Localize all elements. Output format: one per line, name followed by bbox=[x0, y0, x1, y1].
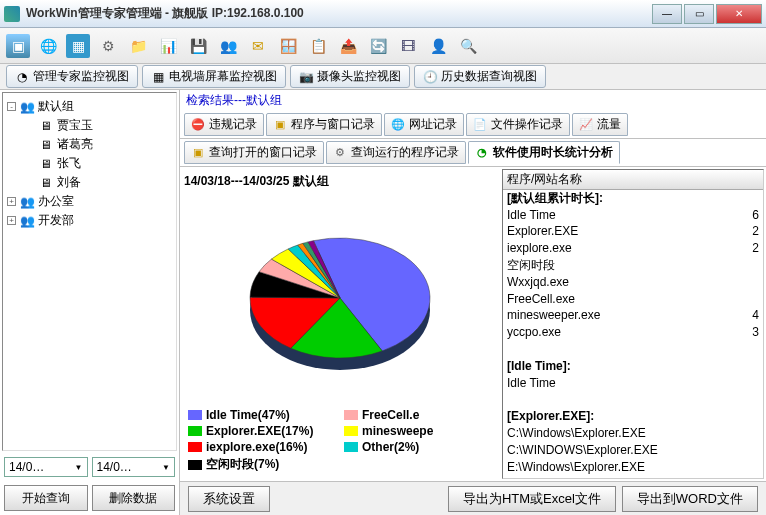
group-icon: 👥 bbox=[20, 195, 34, 209]
tab-label: 查询运行的程序记录 bbox=[351, 144, 459, 161]
globe-icon[interactable]: 🌐 bbox=[36, 34, 60, 58]
tab-program-window[interactable]: ▣程序与窗口记录 bbox=[266, 113, 382, 136]
refresh-icon[interactable]: 🔄 bbox=[366, 34, 390, 58]
legend-item: Other(2%) bbox=[344, 440, 492, 454]
tab-query-programs[interactable]: ⚙查询运行的程序记录 bbox=[326, 141, 466, 164]
maximize-button[interactable]: ▭ bbox=[684, 4, 714, 24]
minimize-button[interactable]: — bbox=[652, 4, 682, 24]
tab-traffic[interactable]: 📈流量 bbox=[572, 113, 628, 136]
list-item[interactable]: Explorer.EXE2 bbox=[503, 223, 763, 240]
right-panel: 检索结果---默认组 ⛔违规记录 ▣程序与窗口记录 🌐网址记录 📄文件操作记录 … bbox=[180, 90, 766, 515]
film-icon[interactable]: 🎞 bbox=[396, 34, 420, 58]
chart-icon[interactable]: 📊 bbox=[156, 34, 180, 58]
tab-query-windows[interactable]: ▣查询打开的窗口记录 bbox=[184, 141, 324, 164]
tab-usage-stats[interactable]: ◔软件使用时长统计分析 bbox=[468, 141, 620, 164]
tab-label: 电视墙屏幕监控视图 bbox=[169, 68, 277, 85]
list-group: [iexplore.exe]: bbox=[503, 475, 763, 479]
clipboard-icon[interactable]: 📋 bbox=[306, 34, 330, 58]
tree-label: 默认组 bbox=[38, 98, 74, 115]
list-item[interactable]: C:\Windows\Explorer.EXE bbox=[503, 425, 763, 442]
tree-node-user[interactable]: 🖥张飞 bbox=[39, 154, 172, 173]
start-query-button[interactable]: 开始查询 bbox=[4, 485, 88, 511]
list-header: 程序/网站名称 bbox=[503, 170, 763, 190]
tab-history-view[interactable]: 🕘历史数据查询视图 bbox=[414, 65, 546, 88]
swatch-icon bbox=[188, 426, 202, 436]
expand-icon[interactable]: + bbox=[7, 197, 16, 206]
pie-icon: ◔ bbox=[15, 70, 29, 84]
tab-label: 管理专家监控视图 bbox=[33, 68, 129, 85]
folder-icon[interactable]: 📁 bbox=[126, 34, 150, 58]
expand-icon[interactable]: + bbox=[7, 216, 16, 225]
tree-node-default[interactable]: -👥默认组 bbox=[7, 97, 172, 116]
tree-node-user[interactable]: 🖥诸葛亮 bbox=[39, 135, 172, 154]
monitor-icon[interactable]: ▣ bbox=[6, 34, 30, 58]
swatch-icon bbox=[188, 410, 202, 420]
screens-icon[interactable]: ▦ bbox=[66, 34, 90, 58]
window-icon[interactable]: 🪟 bbox=[276, 34, 300, 58]
export-word-button[interactable]: 导出到WORD文件 bbox=[622, 486, 758, 512]
tree-node-office[interactable]: +👥办公室 bbox=[7, 192, 172, 211]
chevron-down-icon: ▼ bbox=[75, 463, 83, 472]
tree-label: 刘备 bbox=[57, 174, 81, 191]
gear-icon[interactable]: ⚙ bbox=[96, 34, 120, 58]
tab-wall-view[interactable]: ▦电视墙屏幕监控视图 bbox=[142, 65, 286, 88]
list-group: [Idle Time]: bbox=[503, 358, 763, 375]
list-group: [Explorer.EXE]: bbox=[503, 408, 763, 425]
group-tree[interactable]: -👥默认组 🖥贾宝玉 🖥诸葛亮 🖥张飞 🖥刘备 +👥办公室 +👥开发部 bbox=[2, 92, 177, 451]
date-from-combo[interactable]: 14/0…▼ bbox=[4, 457, 88, 477]
main-toolbar: ▣ 🌐 ▦ ⚙ 📁 📊 💾 👥 ✉ 🪟 📋 📤 🔄 🎞 👤 🔍 bbox=[0, 28, 766, 64]
chart-header: 14/03/18---14/03/25 默认组 bbox=[184, 171, 496, 192]
list-blank bbox=[503, 391, 763, 408]
search-result-text: 检索结果---默认组 bbox=[180, 90, 766, 111]
tab-label: 文件操作记录 bbox=[491, 116, 563, 133]
drive-icon[interactable]: 💾 bbox=[186, 34, 210, 58]
list-item[interactable]: E:\Windows\Explorer.EXE bbox=[503, 459, 763, 476]
close-button[interactable]: ✕ bbox=[716, 4, 762, 24]
system-settings-button[interactable]: 系统设置 bbox=[188, 486, 270, 512]
person-icon[interactable]: 👤 bbox=[426, 34, 450, 58]
list-item[interactable]: iexplore.exe2 bbox=[503, 240, 763, 257]
delete-data-button[interactable]: 删除数据 bbox=[92, 485, 176, 511]
list-item[interactable]: Idle Time6 bbox=[503, 207, 763, 224]
mail-icon[interactable]: ✉ bbox=[246, 34, 270, 58]
list-item[interactable]: C:\WINDOWS\Explorer.EXE bbox=[503, 442, 763, 459]
legend-label: Other(2%) bbox=[362, 440, 419, 454]
tree-label: 贾宝玉 bbox=[57, 117, 93, 134]
tree-node-user[interactable]: 🖥刘备 bbox=[39, 173, 172, 192]
list-item[interactable]: Wxxjqd.exe bbox=[503, 274, 763, 291]
tree-label: 张飞 bbox=[57, 155, 81, 172]
file-icon: 📄 bbox=[473, 118, 487, 132]
tab-violation[interactable]: ⛔违规记录 bbox=[184, 113, 264, 136]
bottom-bar: 系统设置 导出为HTM或Excel文件 导出到WORD文件 bbox=[180, 481, 766, 515]
tab-label: 历史数据查询视图 bbox=[441, 68, 537, 85]
stats-list[interactable]: 程序/网站名称 [默认组累计时长]: Idle Time6 Explorer.E… bbox=[502, 169, 764, 479]
tab-expert-view[interactable]: ◔管理专家监控视图 bbox=[6, 65, 138, 88]
chart-icon: ◔ bbox=[475, 146, 489, 160]
tab-url[interactable]: 🌐网址记录 bbox=[384, 113, 464, 136]
tree-node-dev[interactable]: +👥开发部 bbox=[7, 211, 172, 230]
computer-icon: 🖥 bbox=[39, 176, 53, 190]
swatch-icon bbox=[188, 442, 202, 452]
globe-icon: 🌐 bbox=[391, 118, 405, 132]
list-item[interactable]: Idle Time bbox=[503, 375, 763, 392]
collapse-icon[interactable]: - bbox=[7, 102, 16, 111]
window-title: WorkWin管理专家管理端 - 旗舰版 IP:192.168.0.100 bbox=[26, 5, 652, 22]
list-item[interactable]: yccpo.exe3 bbox=[503, 324, 763, 341]
list-item[interactable]: minesweeper.exe4 bbox=[503, 307, 763, 324]
search-icon[interactable]: 🔍 bbox=[456, 34, 480, 58]
list-item[interactable]: 空闲时段 bbox=[503, 257, 763, 274]
tab-camera-view[interactable]: 📷摄像头监控视图 bbox=[290, 65, 410, 88]
tree-node-user[interactable]: 🖥贾宝玉 bbox=[39, 116, 172, 135]
list-item[interactable]: FreeCell.exe bbox=[503, 291, 763, 308]
export-excel-button[interactable]: 导出为HTM或Excel文件 bbox=[448, 486, 616, 512]
send-icon[interactable]: 📤 bbox=[336, 34, 360, 58]
tab-file-ops[interactable]: 📄文件操作记录 bbox=[466, 113, 570, 136]
computer-icon: 🖥 bbox=[39, 119, 53, 133]
tab-label: 违规记录 bbox=[209, 116, 257, 133]
list-blank bbox=[503, 341, 763, 358]
users-icon[interactable]: 👥 bbox=[216, 34, 240, 58]
deny-icon: ⛔ bbox=[191, 118, 205, 132]
date-to-combo[interactable]: 14/0…▼ bbox=[92, 457, 176, 477]
swatch-icon bbox=[344, 442, 358, 452]
chevron-down-icon: ▼ bbox=[162, 463, 170, 472]
